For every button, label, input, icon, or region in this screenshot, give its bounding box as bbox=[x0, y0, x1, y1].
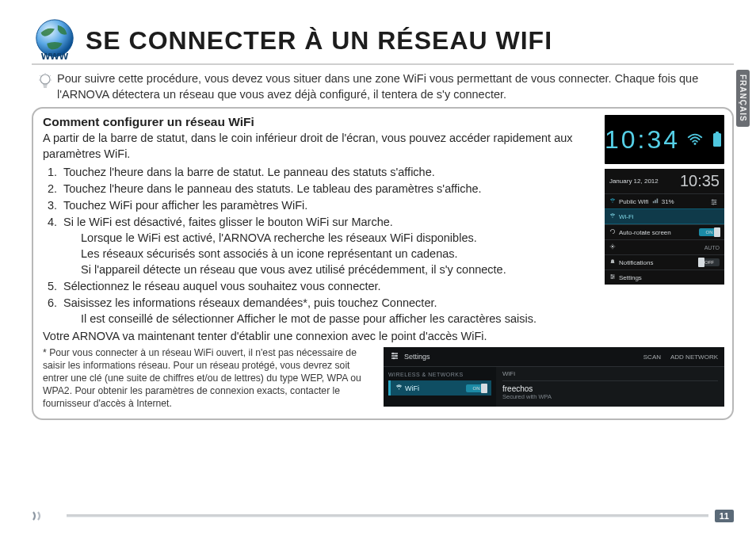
toggle-off[interactable]: OFF bbox=[699, 258, 720, 266]
panel-wifi-row[interactable]: Wi-Fi bbox=[605, 208, 724, 224]
wifi-toggle[interactable]: ON bbox=[466, 384, 487, 392]
svg-point-12 bbox=[613, 276, 614, 277]
step-4c: Si l'appareil détecte un réseau que vous… bbox=[81, 262, 600, 277]
sliders-icon bbox=[710, 198, 716, 204]
panel-date: January 12, 2012 bbox=[609, 178, 659, 185]
svg-point-1 bbox=[40, 75, 50, 84]
step-3: Touchez WiFi pour afficher les paramètre… bbox=[60, 197, 600, 213]
wifi-icon bbox=[686, 131, 704, 148]
panel-network-row: Public Wifi 31% bbox=[605, 193, 724, 208]
screenshots-column: 10:34 January 12, 2012 10:35 bbox=[605, 115, 724, 344]
svg-point-5 bbox=[612, 201, 613, 202]
screenshot-clock: 10:34 bbox=[605, 115, 724, 164]
step-4: Si le WiFi est désactivé, faites glisser… bbox=[60, 214, 600, 277]
notifications-icon bbox=[609, 258, 616, 265]
step-6: Saisissez les informations réseaux deman… bbox=[60, 295, 600, 327]
section-heading: Comment configurer un réseau WiFi bbox=[43, 115, 600, 129]
step-5: Sélectionnez le réseau auquel vous souha… bbox=[60, 278, 600, 294]
post-steps-text: Votre ARNOVA va maintenant tenter d'étab… bbox=[43, 328, 600, 344]
wifi-icon bbox=[609, 212, 616, 219]
network-item[interactable]: freechos Secured with WPA bbox=[502, 380, 718, 403]
sidebar-wifi-row[interactable]: WiFi ON bbox=[388, 380, 491, 396]
lead-paragraph: A partir de la barre de statut, dans le … bbox=[43, 131, 600, 162]
globe-www-text: www bbox=[40, 49, 69, 62]
screenshot-quick-settings: January 12, 2012 10:35 Public Wifi 31% W… bbox=[605, 169, 724, 285]
screenshot-wifi-settings: Settings SCAN ADD NETWORK WIRELESS & NET… bbox=[384, 347, 724, 407]
brightness-icon bbox=[609, 243, 616, 250]
page-title: SE CONNECTER À UN RÉSEAU WIFI bbox=[86, 26, 552, 55]
panel-rotate-row[interactable]: Auto-rotate screen ON bbox=[605, 224, 724, 239]
svg-point-8 bbox=[712, 204, 714, 205]
wifi-icon bbox=[395, 384, 402, 390]
sliders-icon bbox=[609, 273, 616, 280]
globe-www-icon: www bbox=[32, 17, 78, 63]
scan-button[interactable]: SCAN bbox=[643, 353, 661, 361]
steps-list: Touchez l'heure dans la barre de statut.… bbox=[43, 164, 600, 327]
svg-point-13 bbox=[611, 277, 613, 279]
svg-point-16 bbox=[393, 357, 395, 360]
main-content-box: Comment configurer un réseau WiFi A part… bbox=[32, 107, 734, 419]
step-4a: Lorsque le WiFi est activé, l'ARNOVA rec… bbox=[81, 230, 600, 246]
page-number: 11 bbox=[715, 510, 734, 522]
step-6a: Il est conseillé de sélectionner Affiche… bbox=[81, 311, 600, 327]
clock-time: 10:34 bbox=[605, 125, 680, 155]
svg-point-7 bbox=[715, 201, 716, 203]
intro-text: Pour suivre cette procédure, vous devez … bbox=[57, 71, 734, 102]
svg-point-2 bbox=[694, 143, 697, 145]
step-4b: Les réseaux sécurisés sont associés à un… bbox=[81, 246, 600, 262]
panel-time: 10:35 bbox=[680, 172, 720, 190]
svg-rect-3 bbox=[713, 133, 721, 147]
svg-rect-4 bbox=[716, 132, 719, 134]
footer-decor-icon bbox=[32, 510, 55, 522]
battery-icon bbox=[710, 131, 724, 148]
panel-notifications-row[interactable]: Notifications OFF bbox=[605, 254, 724, 269]
step-1: Touchez l'heure dans la barre de statut.… bbox=[60, 164, 600, 180]
footnote: * Pour vous connecter à un réseau WiFi o… bbox=[43, 347, 376, 410]
svg-point-6 bbox=[712, 200, 713, 201]
lightbulb-icon bbox=[38, 73, 52, 95]
title-row: www SE CONNECTER À UN RÉSEAU WIFI bbox=[32, 17, 734, 65]
rotate-icon bbox=[609, 228, 616, 235]
intro-tip: Pour suivre cette procédure, vous devez … bbox=[38, 71, 734, 102]
instructions-column: Comment configurer un réseau WiFi A part… bbox=[43, 115, 600, 344]
svg-point-15 bbox=[395, 355, 398, 357]
toggle-on[interactable]: ON bbox=[699, 228, 720, 236]
signal-icon bbox=[652, 197, 659, 204]
page-footer: 11 bbox=[32, 510, 734, 522]
svg-point-10 bbox=[612, 246, 614, 248]
svg-point-17 bbox=[399, 388, 400, 390]
svg-point-9 bbox=[612, 216, 613, 217]
sliders-icon bbox=[390, 351, 399, 362]
settings-title: Settings bbox=[404, 353, 430, 361]
svg-point-14 bbox=[392, 353, 395, 355]
wifi-list-header: WiFi bbox=[502, 370, 718, 377]
settings-category: WIRELESS & NETWORKS bbox=[388, 372, 491, 377]
language-tab: FRANÇAIS bbox=[736, 70, 750, 127]
step-2: Touchez l'heure dans le panneau des stat… bbox=[60, 181, 600, 197]
panel-brightness-row[interactable]: AUTO bbox=[605, 239, 724, 254]
panel-settings-row[interactable]: Settings bbox=[605, 269, 724, 285]
svg-point-11 bbox=[611, 274, 613, 276]
add-network-button[interactable]: ADD NETWORK bbox=[670, 353, 718, 361]
wifi-icon bbox=[609, 197, 616, 204]
